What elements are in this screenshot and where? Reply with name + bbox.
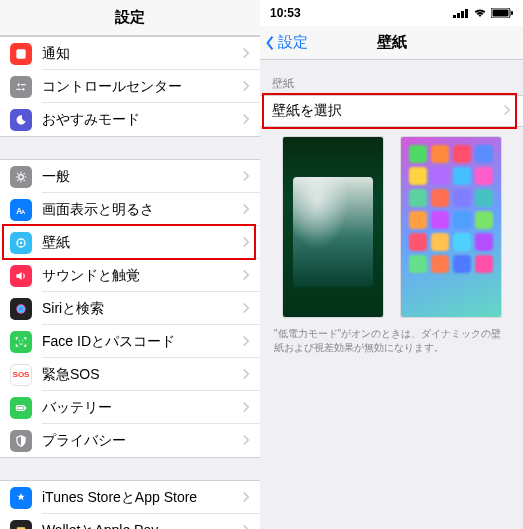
choose-wallpaper-label: 壁紙を選択 (272, 102, 503, 120)
sounds-icon (10, 265, 32, 287)
settings-row-display[interactable]: AA画面表示と明るさ (0, 193, 260, 226)
back-label: 設定 (278, 33, 308, 52)
wallpaper-previews (260, 127, 523, 323)
footnote-text: "低電力モード"がオンのときは、ダイナミックの壁紙および視差効果が無効になります… (260, 323, 523, 355)
back-button[interactable]: 設定 (260, 33, 308, 52)
settings-row-label: 緊急SOS (42, 366, 242, 384)
settings-group: iTunes StoreとApp StoreWalletとApple Pay (0, 480, 260, 529)
settings-title: 設定 (0, 0, 260, 36)
svg-rect-30 (511, 11, 513, 15)
settings-row-label: バッテリー (42, 399, 242, 417)
app-icon (431, 255, 449, 273)
app-icon (475, 167, 493, 185)
app-icon (431, 211, 449, 229)
app-icon (475, 255, 493, 273)
svg-rect-18 (25, 406, 26, 408)
chevron-right-icon (242, 235, 250, 251)
app-icon (409, 145, 427, 163)
svg-point-13 (24, 242, 26, 244)
status-time: 10:53 (270, 6, 301, 20)
app-icon (453, 167, 471, 185)
wallpaper-icon (10, 232, 32, 254)
settings-row-label: WalletとApple Pay (42, 522, 242, 530)
app-icon (409, 189, 427, 207)
settings-row-label: プライバシー (42, 432, 242, 450)
settings-row-label: コントロールセンター (42, 78, 242, 96)
home-screen-preview[interactable] (401, 137, 501, 317)
app-icon (409, 167, 427, 185)
general-icon (10, 166, 32, 188)
settings-group: 一般AA画面表示と明るさ壁紙サウンドと触覚Siriと検索Face IDとパスコー… (0, 159, 260, 458)
settings-row-label: サウンドと触覚 (42, 267, 242, 285)
svg-rect-29 (493, 10, 509, 17)
settings-group: 通知コントロールセンターおやすみモード (0, 36, 260, 137)
settings-row-label: 画面表示と明るさ (42, 201, 242, 219)
svg-text:A: A (21, 208, 26, 214)
app-icon (475, 189, 493, 207)
notifications-icon (10, 43, 32, 65)
choose-wallpaper-row[interactable]: 壁紙を選択 (260, 95, 523, 127)
svg-point-5 (19, 174, 24, 179)
status-bar: 10:53 (260, 0, 523, 26)
settings-row-notifications[interactable]: 通知 (0, 37, 260, 70)
settings-row-do-not-disturb[interactable]: おやすみモード (0, 103, 260, 136)
control-center-icon (10, 76, 32, 98)
svg-rect-0 (16, 49, 25, 58)
settings-row-label: おやすみモード (42, 111, 242, 129)
settings-row-label: 一般 (42, 168, 242, 186)
wifi-icon (473, 8, 487, 18)
settings-row-sos[interactable]: SOS緊急SOS (0, 358, 260, 391)
chevron-right-icon (242, 202, 250, 218)
lock-screen-preview[interactable] (283, 137, 383, 317)
wallpaper-detail-panel: 10:53 設定 壁紙 壁紙 壁紙を選択 (260, 0, 523, 529)
svg-point-3 (22, 88, 24, 90)
chevron-right-icon (242, 79, 250, 95)
settings-row-sounds[interactable]: サウンドと触覚 (0, 259, 260, 292)
app-icon (453, 211, 471, 229)
svg-rect-21 (17, 527, 25, 529)
cell-signal-icon (453, 8, 469, 18)
app-icon (431, 167, 449, 185)
svg-point-16 (22, 340, 23, 341)
chevron-right-icon (242, 490, 250, 506)
display-icon: AA (10, 199, 32, 221)
settings-row-faceid[interactable]: Face IDとパスコード (0, 325, 260, 358)
app-icon (409, 255, 427, 273)
app-icon (475, 211, 493, 229)
chevron-right-icon (242, 334, 250, 350)
chevron-right-icon (242, 112, 250, 128)
settings-row-battery[interactable]: バッテリー (0, 391, 260, 424)
appstore-icon (10, 487, 32, 509)
app-icon (453, 255, 471, 273)
settings-row-control-center[interactable]: コントロールセンター (0, 70, 260, 103)
svg-rect-25 (457, 13, 460, 18)
settings-row-label: 通知 (42, 45, 242, 63)
siri-icon (10, 298, 32, 320)
wallet-icon (10, 520, 32, 530)
app-icon (453, 145, 471, 163)
settings-row-general[interactable]: 一般 (0, 160, 260, 193)
settings-row-siri[interactable]: Siriと検索 (0, 292, 260, 325)
svg-rect-24 (453, 15, 456, 18)
svg-point-11 (20, 245, 22, 247)
sos-icon: SOS (10, 364, 32, 386)
svg-rect-4 (16, 88, 21, 89)
settings-row-label: 壁紙 (42, 234, 242, 252)
chevron-right-icon (242, 169, 250, 185)
nav-bar: 設定 壁紙 (260, 26, 523, 60)
chevron-right-icon (242, 268, 250, 284)
svg-point-12 (17, 242, 19, 244)
battery-icon (10, 397, 32, 419)
app-icon (409, 211, 427, 229)
chevron-right-icon (242, 400, 250, 416)
settings-row-wallet[interactable]: WalletとApple Pay (0, 514, 260, 529)
settings-row-wallpaper[interactable]: 壁紙 (0, 226, 260, 259)
battery-icon (491, 8, 513, 18)
do-not-disturb-icon (10, 109, 32, 131)
settings-row-appstore[interactable]: iTunes StoreとApp Store (0, 481, 260, 514)
svg-point-9 (20, 241, 22, 243)
settings-row-label: Siriと検索 (42, 300, 242, 318)
svg-point-15 (19, 340, 20, 341)
settings-row-privacy[interactable]: プライバシー (0, 424, 260, 457)
chevron-right-icon (242, 301, 250, 317)
